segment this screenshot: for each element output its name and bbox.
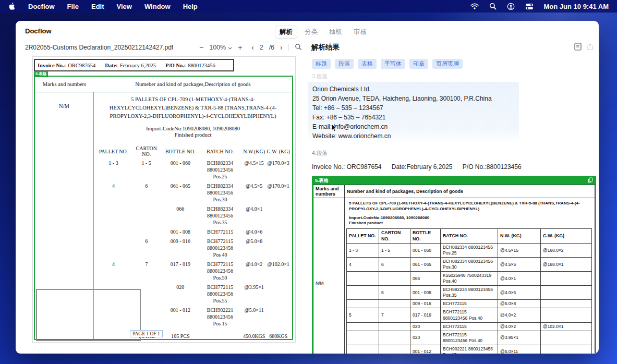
col-nw: N.W.(KG) xyxy=(241,144,267,158)
table-row: 001 - 008 BCH772115 @4.0×6 xyxy=(96,227,290,236)
cell-pallet xyxy=(347,272,379,286)
col-bottle: BOTTLE NO. xyxy=(162,144,199,158)
menu-item-window[interactable]: Window xyxy=(144,3,171,10)
account-icon[interactable] xyxy=(507,3,515,10)
export-icon[interactable] xyxy=(586,43,594,53)
parsed-packing-table: PALLET NO. CARTON NO. BOTTLE NO. BATCH N… xyxy=(346,228,592,354)
cell-pallet: 4 xyxy=(96,181,131,204)
cell-bottle: 001 - 008 xyxy=(162,227,199,236)
control-center-icon[interactable] xyxy=(525,3,534,10)
page-number-input[interactable]: 2 xyxy=(260,44,263,51)
copy-table-icon[interactable] xyxy=(588,177,593,184)
cell-bottle: 023 xyxy=(410,331,441,345)
invoice-no-value: ORC987654 xyxy=(68,63,95,68)
parsed-col-marks: Marks and numbers xyxy=(313,185,345,198)
cell-gw xyxy=(267,305,290,328)
prev-page-button[interactable]: ‹ xyxy=(251,44,254,51)
menu-item-help[interactable]: Help xyxy=(183,3,198,10)
section-3-label: 3.段落 xyxy=(312,73,599,80)
spotlight-search-icon[interactable] xyxy=(489,3,497,10)
invoice-header-box: Invoice No.: ORC987654 Date: February 6,… xyxy=(34,59,234,71)
search-icon[interactable] xyxy=(295,43,302,52)
menu-item-file[interactable]: File xyxy=(67,3,79,10)
cell-bottle: 066 xyxy=(410,272,441,286)
invoice-no-label: Invoice No.: xyxy=(38,63,66,68)
tag-paragraph[interactable]: 段落 xyxy=(335,59,354,69)
parsed-import-line: Import-CodeNo:1090208080, 1090208080 xyxy=(349,215,590,221)
zoom-out-button[interactable]: − xyxy=(199,44,203,51)
cell-gw xyxy=(267,282,290,305)
tag-seal[interactable]: 印章 xyxy=(409,59,428,69)
cell-gw xyxy=(541,308,592,322)
tab-classify[interactable]: 分类 xyxy=(300,26,322,38)
menu-item-edit[interactable]: Edit xyxy=(91,3,104,10)
document-outline-icon[interactable] xyxy=(574,43,582,53)
parsed-finished-line: Finished product xyxy=(349,221,590,226)
cell-batch: BCH772115 8800123456 Pos.50 xyxy=(199,259,241,282)
cell-gw xyxy=(541,272,592,286)
cell-total-nw: 450.0KGS xyxy=(241,328,267,341)
cell-carton xyxy=(379,331,410,345)
parse-result-panel[interactable]: 标题 段落 表格 手写体 印章 页眉页脚 3.段落 Orion Chemical… xyxy=(308,54,599,354)
cell-gw xyxy=(541,300,592,308)
zoom-level-dropdown[interactable]: 100% xyxy=(209,44,232,51)
cell-gw: @102.0×1 xyxy=(541,322,592,331)
invoice-paragraph[interactable]: Invoice No.: ORC987654 Date:February 6,2… xyxy=(312,163,599,171)
page-total-label: /6 xyxy=(269,44,274,51)
tab-parse[interactable]: 解析 xyxy=(275,26,297,39)
tag-title[interactable]: 标题 xyxy=(312,59,331,69)
po-no-label: P/O No.: xyxy=(165,63,186,68)
cell-nw: @4.0×2 xyxy=(498,308,541,322)
tag-handwriting[interactable]: 手写体 xyxy=(381,59,405,69)
cell-gw: @168.0×1 xyxy=(541,258,592,272)
cell-bottle: 001 - 060 xyxy=(410,244,441,258)
tag-table[interactable]: 表格 xyxy=(358,59,377,69)
address-paragraph[interactable]: Orion Chemicals Ltd. 25 Orion Avenue, TE… xyxy=(308,82,519,143)
cell-bottle: 009 - 016 xyxy=(410,300,441,308)
document-filename: 2R02055-Customs Declaration_202502121424… xyxy=(25,44,173,51)
cell-pallet: 5 xyxy=(347,308,379,322)
menu-bar: Docflow File Edit View Window Help Mon J… xyxy=(0,0,617,13)
table-row: 1 - 3 1 - 5 001 - 060 BCH882334 88001234… xyxy=(96,158,290,181)
table-row: 023 BCH772115 8800123456 Pos.40 @3.95×1 xyxy=(347,331,592,345)
menu-clock[interactable]: Mon Jun 10 9:41 AM xyxy=(544,3,609,10)
menu-item-view[interactable]: View xyxy=(117,3,132,10)
apple-menu-icon[interactable] xyxy=(8,2,16,10)
tab-extract[interactable]: 抽取 xyxy=(325,26,346,38)
cell-nw: @4.0×2 xyxy=(498,322,541,331)
address-line: Website: www.orionchem.cn xyxy=(312,131,515,141)
parsed-outer-table: Marks and numbers Number and kind of pac… xyxy=(313,185,595,354)
cell-pallet xyxy=(347,345,379,354)
table-row: 020 BCH772115 @4.0×2 @102.0×1 xyxy=(347,322,592,331)
table-row: 6 001 - 008 BCH892234 8800123456 Pos.35 … xyxy=(347,286,592,300)
cell-pallet xyxy=(347,322,379,331)
cell-nw: @4.0×1 xyxy=(241,204,267,227)
address-line: Tel: +86 – 535 – 1234567 xyxy=(312,103,515,113)
cell-carton: 7 xyxy=(131,259,162,282)
cell-gw: @170.0×1 xyxy=(267,181,290,204)
pdf-page[interactable]: Invoice No.: ORC987654 Date: February 6,… xyxy=(32,56,296,343)
table-row: 4 6 061 - 065 BCH882334 8800123456 Pos.3… xyxy=(96,181,290,204)
page-navigation: ‹ 2 /6 › xyxy=(251,42,302,53)
col-pallet: PALLET NO. xyxy=(96,144,131,158)
stamp-area-box xyxy=(36,289,141,341)
menu-app-name[interactable]: Docflow xyxy=(28,3,55,10)
col-gw: G.W. (KG) xyxy=(267,144,290,158)
next-page-button[interactable]: › xyxy=(280,44,283,51)
zoom-in-button[interactable]: + xyxy=(238,44,242,51)
wifi-icon[interactable] xyxy=(470,3,479,9)
tag-header-footer[interactable]: 页眉页脚 xyxy=(432,59,463,69)
table-detection-tag[interactable]: 5.表格 xyxy=(34,71,48,77)
cell-bottle: 017 - 019 xyxy=(162,259,199,282)
table-row: 009 - 016 BCH772115 @5.0×8 xyxy=(347,300,592,308)
docflow-window: Docflow 解析 分类 抽取 审核 2R02055-Customs Decl… xyxy=(16,21,599,354)
tab-review[interactable]: 审核 xyxy=(349,26,371,38)
parsed-table-block[interactable]: 5.表格 Marks and numbers Number and kind o… xyxy=(312,176,596,354)
cell-bottle: 001 - 012 xyxy=(410,345,441,354)
cell-nw: @4.0×2 xyxy=(241,259,267,282)
pdf-goods-description: 5 PALLETS OF CPL-709 (1-METHOXY-4-(TRANS… xyxy=(104,95,282,120)
parsed-goods-description: 5 PALLETS OF CPL-709 (1-METHOXY-4-(TRANS… xyxy=(349,201,590,212)
cell-batch: BCH882334 8800123456 Pos.25 xyxy=(441,244,498,258)
cell-bottle: 020 xyxy=(162,282,199,305)
cell-batch: BCH772115 xyxy=(441,322,498,331)
